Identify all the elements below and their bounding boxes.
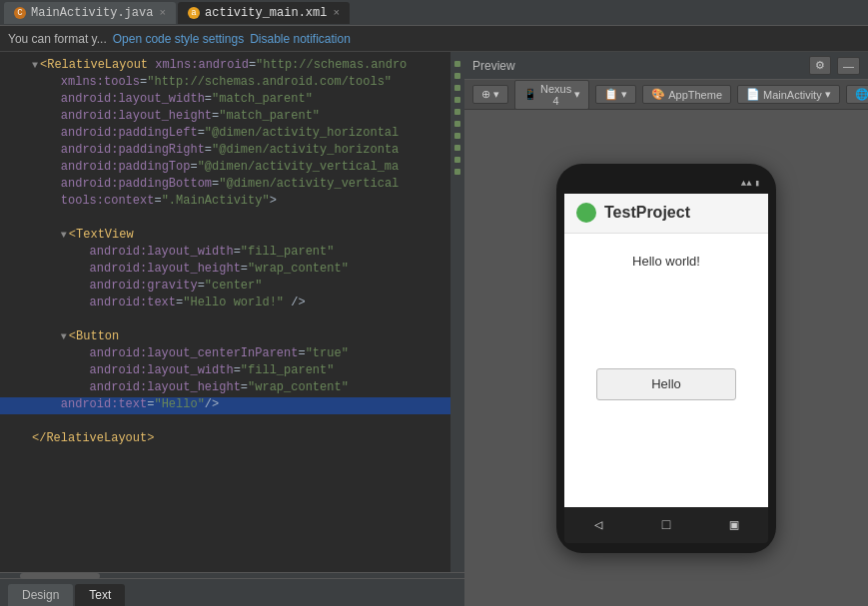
scrollbar-thumb-h — [20, 573, 100, 579]
tab-activity-xml[interactable]: a activity_main.xml × — [178, 2, 350, 24]
right-gutter — [450, 52, 464, 572]
gutter-mark-3 — [454, 85, 460, 91]
tab-main-activity-label: MainActivity.java — [31, 6, 153, 20]
phone-status-bar: ▲▲ ▮ — [564, 174, 768, 194]
tab-activity-xml-label: activity_main.xml — [205, 6, 327, 20]
code-line-6: android:paddingRight="@dimen/activity_ho… — [0, 143, 464, 160]
code-line-8: android:paddingBottom="@dimen/activity_v… — [0, 177, 464, 194]
device-label: Nexus 4 — [540, 83, 571, 107]
preview-content: ▲▲ ▮ TestProject Hello world! H — [464, 110, 868, 606]
line-content-23: </RelativeLayout> — [32, 431, 460, 445]
api-select-btn[interactable]: 📋 ▾ — [595, 85, 636, 104]
code-line-22 — [0, 414, 464, 431]
code-line-11: ▼<TextView — [0, 228, 464, 245]
gutter-mark-2 — [454, 73, 460, 79]
line-content-9: tools:context=".MainActivity"> — [32, 194, 460, 208]
bottom-tabs: Design Text — [0, 578, 464, 606]
code-line-18: android:layout_centerInParent="true" — [0, 346, 464, 363]
device-select-btn[interactable]: 📱 Nexus 4 ▾ — [514, 80, 589, 110]
preview-expand-btn[interactable]: — — [837, 57, 860, 75]
app-content: Hello world! Hello — [564, 234, 768, 507]
back-nav-btn[interactable]: ◁ — [594, 516, 602, 533]
code-line-4: android:layout_height="match_parent" — [0, 109, 464, 126]
code-panel: ▼<RelativeLayout xmlns:android="http://s… — [0, 52, 464, 606]
horizontal-scrollbar[interactable] — [0, 572, 464, 578]
code-line-1: ▼<RelativeLayout xmlns:android="http://s… — [0, 58, 464, 75]
open-code-style-link[interactable]: Open code style settings — [113, 32, 244, 46]
line-content-7: android:paddingTop="@dimen/activity_vert… — [32, 160, 460, 174]
tab-main-activity[interactable]: C MainActivity.java × — [4, 2, 176, 24]
line-content-11: ▼<TextView — [32, 228, 460, 242]
theme-select-btn[interactable]: 🎨 AppTheme — [642, 85, 731, 104]
code-line-17: ▼<Button — [0, 329, 464, 346]
gutter-mark-5 — [454, 109, 460, 115]
code-line-3: android:layout_width="match_parent" — [0, 92, 464, 109]
gutter-mark-9 — [454, 157, 460, 163]
gutter-mark-6 — [454, 121, 460, 127]
line-content-21: android:text="Hello"/> — [32, 397, 460, 411]
line-content-13: android:layout_height="wrap_content" — [32, 262, 460, 276]
disable-notification-link[interactable]: Disable notification — [250, 32, 351, 46]
line-content-18: android:layout_centerInParent="true" — [32, 346, 460, 360]
hello-world-label: Hello world! — [632, 254, 700, 269]
wifi-icon: ▲▲ — [741, 179, 752, 189]
line-content-14: android:gravity="center" — [32, 279, 460, 293]
phone-screen: TestProject Hello world! Hello — [564, 194, 768, 507]
tab-design[interactable]: Design — [8, 584, 73, 606]
code-line-15: android:text="Hello world!" /> — [0, 296, 464, 312]
app-title: TestProject — [604, 204, 690, 222]
line-content-19: android:layout_width="fill_parent" — [32, 363, 460, 377]
language-btn[interactable]: 🌐 ▾ — [846, 85, 868, 104]
line-content-5: android:paddingLeft="@dimen/activity_hor… — [32, 126, 460, 140]
theme-label: AppTheme — [668, 89, 722, 101]
tab-text[interactable]: Text — [75, 584, 125, 606]
notification-text: You can format y... — [8, 32, 107, 46]
line-content-3: android:layout_width="match_parent" — [32, 92, 460, 106]
gutter-mark-4 — [454, 97, 460, 103]
api-chevron: ▾ — [621, 88, 627, 101]
code-line-9: tools:context=".MainActivity"> — [0, 194, 464, 211]
add-preview-btn[interactable]: ⊕ ▾ — [472, 85, 508, 104]
line-content-17: ▼<Button — [32, 329, 460, 343]
code-line-7: android:paddingTop="@dimen/activity_vert… — [0, 160, 464, 177]
code-line-13: android:layout_height="wrap_content" — [0, 262, 464, 279]
code-line-20: android:layout_height="wrap_content" — [0, 380, 464, 397]
home-nav-btn[interactable]: □ — [662, 517, 670, 533]
java-icon: C — [14, 7, 26, 19]
gutter-mark-8 — [454, 145, 460, 151]
battery-icon: ▮ — [755, 178, 760, 189]
line-content-6: android:paddingRight="@dimen/activity_ho… — [32, 143, 460, 157]
line-content-12: android:layout_width="fill_parent" — [32, 245, 460, 259]
code-line-16 — [0, 312, 464, 329]
line-content-15: android:text="Hello world!" /> — [32, 296, 460, 309]
line-content-1: ▼<RelativeLayout xmlns:android="http://s… — [32, 58, 460, 72]
device-icon: 📱 — [523, 88, 537, 101]
activity-icon: 📄 — [746, 88, 760, 101]
title-bar: C MainActivity.java × a activity_main.xm… — [0, 0, 868, 26]
preview-settings-btn[interactable]: ⚙ — [809, 56, 831, 75]
code-line-21: android:text="Hello"/> — [0, 397, 464, 414]
tab-activity-xml-close[interactable]: × — [333, 7, 340, 19]
line-content-4: android:layout_height="match_parent" — [32, 109, 460, 123]
activity-select-btn[interactable]: 📄 MainActivity ▾ — [737, 85, 840, 104]
add-icon: ⊕ — [481, 88, 490, 101]
hello-button[interactable]: Hello — [596, 368, 736, 400]
activity-chevron: ▾ — [825, 88, 831, 101]
main-content: ▼<RelativeLayout xmlns:android="http://s… — [0, 52, 868, 606]
code-area[interactable]: ▼<RelativeLayout xmlns:android="http://s… — [0, 52, 464, 572]
gutter-mark-1 — [454, 61, 460, 67]
line-content-20: android:layout_height="wrap_content" — [32, 380, 460, 394]
preview-label: Preview — [472, 59, 515, 73]
recents-nav-btn[interactable]: ▣ — [730, 516, 738, 533]
code-line-23: </RelativeLayout> — [0, 431, 464, 448]
status-icons: ▲▲ ▮ — [741, 178, 760, 189]
code-line-5: android:paddingLeft="@dimen/activity_hor… — [0, 126, 464, 143]
screen-size-icon: ▾ — [493, 88, 499, 101]
preview-controls: ⊕ ▾ 📱 Nexus 4 ▾ 📋 ▾ 🎨 AppTheme 📄 MainAct… — [464, 80, 868, 110]
tab-main-activity-close[interactable]: × — [159, 7, 166, 19]
notification-bar: You can format y... Open code style sett… — [0, 26, 868, 52]
phone-nav-bar: ◁ □ ▣ — [564, 507, 768, 543]
code-line-10 — [0, 211, 464, 228]
gutter-mark-7 — [454, 133, 460, 139]
device-chevron: ▾ — [574, 88, 580, 101]
